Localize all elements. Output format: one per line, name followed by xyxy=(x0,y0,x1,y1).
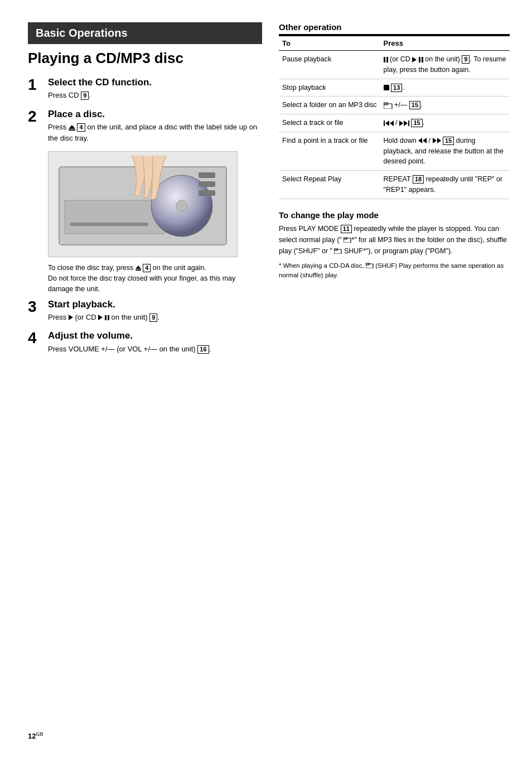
table-row: Find a point in a track or file Hold dow… xyxy=(279,132,510,170)
play-mode-body: Press PLAY MODE 11 repeatedly while the … xyxy=(279,223,510,257)
left-column: Basic Operations Playing a CD/MP3 disc 1… xyxy=(28,22,262,735)
step-content-2: Place a disc. Press 4 on the unit, and p… xyxy=(48,109,262,143)
svg-rect-2 xyxy=(70,223,148,226)
step-list: 1 Select the CD function. Press CD 9. 2 … xyxy=(28,77,262,143)
op-press-6: REPEAT 18 repeatedly until "REP" or "REP… xyxy=(380,171,510,199)
step-body-3: Press (or CD on the unit) 9. xyxy=(48,312,262,323)
ref-13: 13 xyxy=(391,84,402,92)
step-content-3: Start playback. Press (or CD on the unit… xyxy=(48,299,262,323)
step-2: 2 Place a disc. Press 4 on the unit, and… xyxy=(28,109,262,143)
play-icon-3b xyxy=(98,315,103,320)
step-number-3: 3 xyxy=(28,299,43,315)
page-title: Playing a CD/MP3 disc xyxy=(28,50,262,67)
op-to-3: Select a folder on an MP3 disc xyxy=(279,97,380,114)
ref-15-4: 15 xyxy=(411,119,422,127)
svg-rect-7 xyxy=(199,190,215,196)
op-to-5: Find a point in a track or file xyxy=(279,132,380,170)
step-list-2: 3 Start playback. Press (or CD on the un… xyxy=(28,299,262,355)
step-number-2: 2 xyxy=(28,109,43,124)
ref-4-note: 4 xyxy=(143,264,151,272)
table-row: Pause playback (or CD on the unit) 9. To… xyxy=(279,51,510,79)
ref-15-5: 15 xyxy=(443,137,454,145)
op-press-3: +/— 15. xyxy=(380,97,510,114)
step-heading-3: Start playback. xyxy=(48,299,262,310)
operation-table: To Press Pause playback (or CD on the un… xyxy=(279,35,510,199)
step-body-1: Press CD 9. xyxy=(48,90,262,101)
cd-illustration xyxy=(48,151,238,257)
step-content-4: Adjust the volume. Press VOLUME +/— (or … xyxy=(48,330,262,354)
step-body-2: Press 4 on the unit, and place a disc wi… xyxy=(48,122,262,143)
op-to-1: Pause playback xyxy=(279,51,380,79)
folder-icon xyxy=(384,102,393,109)
step-3: 3 Start playback. Press (or CD on the un… xyxy=(28,299,262,323)
page-footer: 12GB xyxy=(28,731,43,740)
step-heading-2: Place a disc. xyxy=(48,109,262,120)
col-to: To xyxy=(279,36,380,51)
eject-icon-note xyxy=(136,266,141,271)
folder-icon-mode2 xyxy=(334,248,342,254)
next-icon xyxy=(399,120,409,126)
op-press-5: Hold down / 15 during playback, and rele… xyxy=(380,132,510,170)
svg-point-4 xyxy=(176,200,187,211)
ref-18: 18 xyxy=(413,175,424,184)
op-press-1: (or CD on the unit) 9. To resume play, p… xyxy=(380,51,510,79)
pause-icon-t xyxy=(384,57,388,62)
table-row: Select Repeat Play REPEAT 18 repeatedly … xyxy=(279,171,510,199)
table-row: Select a folder on an MP3 disc +/— 15. xyxy=(279,97,510,114)
stop-icon xyxy=(384,85,389,90)
ref-4: 4 xyxy=(77,123,85,132)
col-press: Press xyxy=(380,36,510,51)
op-press-4: / 15. xyxy=(380,114,510,132)
pause-icon-t2 xyxy=(419,57,423,62)
rew-icon xyxy=(418,138,427,143)
eject-icon xyxy=(69,125,75,131)
op-to-4: Select a track or file xyxy=(279,114,380,132)
svg-rect-1 xyxy=(65,200,165,234)
op-to-6: Select Repeat Play xyxy=(279,171,380,199)
ref-16: 16 xyxy=(197,345,209,354)
fwd-icon xyxy=(433,138,441,143)
play-icon-3 xyxy=(69,315,73,320)
page-number: 12 xyxy=(28,732,36,740)
folder-icon-footnote xyxy=(366,263,374,268)
step-number-1: 1 xyxy=(28,77,43,93)
ref-9-3: 9 xyxy=(149,314,157,322)
op-to-2: Stop playback xyxy=(279,79,380,97)
op-press-2: 13. xyxy=(380,79,510,97)
note-close-tray: To close the disc tray, press 4 on the u… xyxy=(48,263,262,294)
pause-icon-3 xyxy=(105,315,109,320)
play-mode-title: To change the play mode xyxy=(279,210,510,220)
page-suffix: GB xyxy=(36,731,43,737)
step-4: 4 Adjust the volume. Press VOLUME +/— (o… xyxy=(28,330,262,354)
step-body-4: Press VOLUME +/— (or VOL +/— on the unit… xyxy=(48,344,262,355)
table-row: Stop playback 13. xyxy=(279,79,510,97)
step-content-1: Select the CD function. Press CD 9. xyxy=(48,77,262,101)
step-1: 1 Select the CD function. Press CD 9. xyxy=(28,77,262,101)
step-number-4: 4 xyxy=(28,330,43,346)
step-heading-1: Select the CD function. xyxy=(48,77,262,88)
step-heading-4: Adjust the volume. xyxy=(48,330,262,341)
table-row: Select a track or file / xyxy=(279,114,510,132)
ref-11: 11 xyxy=(341,225,352,233)
folder-icon-mode xyxy=(344,237,351,243)
cd-svg xyxy=(54,156,232,253)
ref-9-t: 9 xyxy=(462,55,470,64)
svg-rect-6 xyxy=(199,181,215,187)
ref-15-3: 15 xyxy=(409,101,420,109)
play-icon-t xyxy=(412,57,417,62)
play-mode-footnote: * When playing a CD-DA disc, (SHUF) Play… xyxy=(279,261,510,281)
prev-icon xyxy=(384,120,394,126)
other-operation-title: Other operation xyxy=(279,22,510,35)
right-column: Other operation To Press Pause playback … xyxy=(279,22,510,735)
svg-rect-5 xyxy=(199,172,215,178)
ref-9-1: 9 xyxy=(81,91,89,100)
basic-ops-banner: Basic Operations xyxy=(28,22,262,44)
